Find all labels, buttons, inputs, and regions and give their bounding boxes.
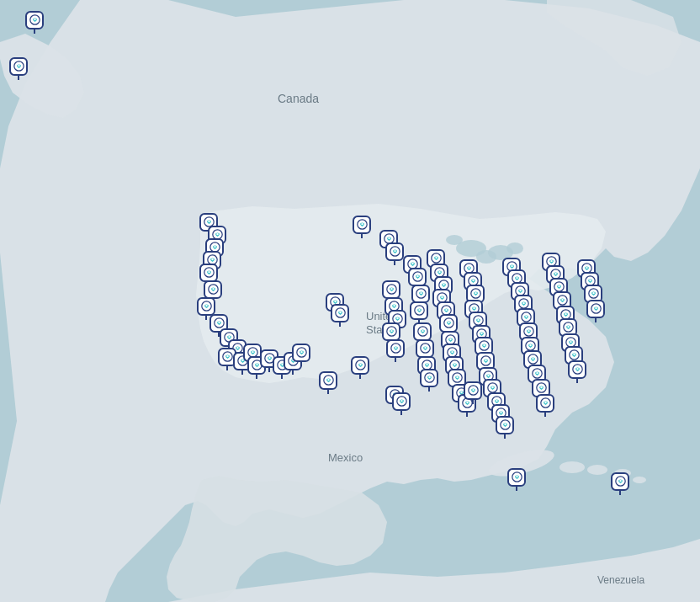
- svg-point-146: [504, 423, 506, 424]
- map-pin-p21[interactable]: [319, 371, 337, 390]
- pin-body: [586, 300, 605, 318]
- svg-point-22: [211, 258, 213, 259]
- svg-point-88: [422, 329, 423, 331]
- map-pin-p25[interactable]: [353, 216, 371, 234]
- map-pin-p79[interactable]: [536, 394, 554, 413]
- map-pin-p31[interactable]: [382, 322, 400, 341]
- svg-point-112: [453, 363, 455, 365]
- svg-point-32: [228, 335, 230, 337]
- map-pin-p2[interactable]: [9, 57, 28, 76]
- pin-body: [568, 360, 586, 379]
- pin-icon: [420, 343, 431, 355]
- svg-point-144: [500, 411, 501, 413]
- map-pin-p23[interactable]: [331, 304, 349, 322]
- svg-point-34: [236, 346, 238, 348]
- map-container: Canada United States Mexico Venezuela: [0, 0, 700, 602]
- pin-body: [292, 344, 310, 362]
- pin-icon: [480, 355, 491, 368]
- svg-point-92: [426, 363, 427, 365]
- pin-icon: [29, 14, 40, 27]
- svg-point-18: [216, 232, 218, 234]
- pin-icon: [222, 351, 233, 364]
- pin-icon: [335, 307, 346, 320]
- svg-point-74: [395, 346, 396, 348]
- pin-body: [351, 356, 369, 375]
- svg-point-50: [300, 350, 302, 352]
- pin-body: [331, 304, 349, 322]
- svg-point-124: [472, 279, 474, 280]
- pin-body: [382, 280, 400, 299]
- map-pin-p88[interactable]: [568, 360, 586, 379]
- map-pin-p1[interactable]: [25, 11, 44, 29]
- map-pin-p38[interactable]: [410, 301, 428, 320]
- pin-icon: [468, 385, 479, 397]
- svg-point-136: [485, 359, 486, 360]
- svg-point-14: [18, 64, 19, 66]
- svg-point-96: [435, 256, 437, 258]
- map-pin-p68[interactable]: [496, 416, 514, 434]
- svg-point-132: [480, 332, 482, 333]
- pin-body: [420, 369, 438, 387]
- map-pin-p94[interactable]: [611, 472, 629, 491]
- map-pin-p34[interactable]: [392, 392, 411, 411]
- svg-point-64: [394, 249, 395, 251]
- svg-point-152: [519, 289, 521, 290]
- svg-point-62: [388, 237, 390, 238]
- svg-point-176: [561, 298, 563, 300]
- pin-body: [385, 242, 404, 261]
- map-pin-p40[interactable]: [416, 339, 434, 358]
- map-pin-p39[interactable]: [413, 322, 432, 341]
- svg-point-114: [456, 376, 458, 377]
- svg-point-158: [528, 329, 529, 331]
- pin-icon: [572, 364, 583, 376]
- pin-icon: [13, 61, 24, 73]
- svg-point-42: [256, 363, 257, 365]
- map-pin-p7[interactable]: [199, 264, 218, 282]
- pin-icon: [563, 322, 574, 334]
- map-pin-p92[interactable]: [586, 300, 605, 318]
- pin-body: [392, 392, 411, 411]
- svg-point-106: [448, 321, 449, 322]
- svg-point-122: [468, 266, 469, 268]
- svg-point-82: [416, 274, 418, 276]
- map-pin-p93[interactable]: [507, 468, 526, 487]
- svg-point-86: [418, 308, 420, 310]
- svg-point-154: [522, 301, 524, 303]
- pin-icon: [208, 284, 219, 296]
- map-pin-p27[interactable]: [385, 242, 404, 261]
- map-pin-p8[interactable]: [204, 280, 222, 299]
- pin-body: [9, 57, 28, 76]
- pin-icon: [414, 305, 425, 317]
- pin-body: [416, 339, 434, 358]
- map-pin-p36[interactable]: [408, 268, 427, 286]
- svg-point-72: [390, 329, 392, 331]
- svg-point-44: [268, 356, 270, 358]
- svg-point-40: [252, 350, 253, 352]
- svg-point-134: [483, 344, 485, 345]
- map-pin-p20[interactable]: [292, 344, 310, 362]
- map-pin-p32[interactable]: [386, 339, 405, 358]
- svg-point-104: [445, 308, 447, 310]
- map-pin-p24[interactable]: [351, 356, 369, 375]
- map-pin-p37[interactable]: [411, 285, 430, 303]
- svg-point-164: [536, 371, 538, 373]
- svg-point-68: [393, 304, 395, 306]
- svg-point-184: [573, 353, 575, 354]
- pin-icon: [396, 396, 407, 408]
- svg-point-142: [496, 399, 497, 401]
- pin-icon: [443, 317, 454, 330]
- map-pin-p48[interactable]: [439, 314, 458, 333]
- pin-icon: [536, 382, 547, 395]
- svg-point-156: [525, 315, 527, 317]
- svg-point-90: [424, 346, 426, 348]
- svg-point-198: [619, 479, 621, 481]
- pin-icon: [591, 303, 602, 316]
- map-pin-p9[interactable]: [197, 297, 215, 316]
- map-pin-p42[interactable]: [420, 369, 438, 387]
- pin-body: [386, 339, 405, 358]
- svg-point-160: [529, 344, 531, 345]
- map-pin-p28[interactable]: [382, 280, 400, 299]
- svg-point-20: [214, 245, 215, 247]
- svg-point-98: [438, 270, 440, 272]
- pin-icon: [390, 246, 400, 258]
